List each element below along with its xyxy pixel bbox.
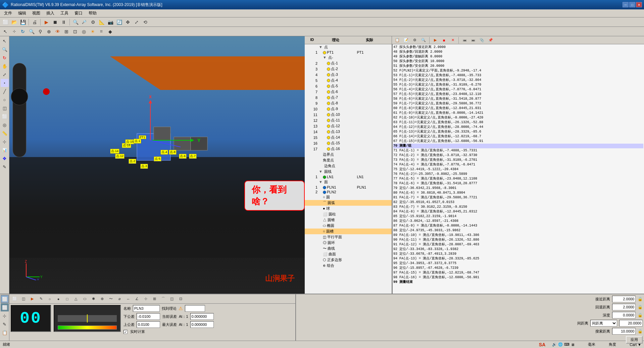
- maximize-button[interactable]: □: [629, 2, 635, 7]
- bi-measure[interactable]: ↔: [124, 295, 132, 303]
- tree-row-p13[interactable]: 13点-12: [305, 123, 392, 129]
- snap-button[interactable]: ⊡: [71, 28, 79, 35]
- tree-row-planes[interactable]: ▼ 面: [305, 179, 392, 185]
- lt-measure[interactable]: 📏: [1, 129, 9, 137]
- lt-sphere[interactable]: ◎: [1, 121, 9, 129]
- tree-row-slot[interactable]: ○ 圆槽: [305, 229, 392, 234]
- lt-report[interactable]: 📊: [1, 146, 9, 154]
- log-tb-6[interactable]: ⏭: [469, 37, 477, 44]
- log-tb-filter[interactable]: ⚙: [411, 37, 419, 44]
- menu-window[interactable]: 窗口: [72, 10, 85, 17]
- tree-row-corner[interactable]: 角度点: [305, 157, 392, 163]
- log-tb-search[interactable]: 🔍: [419, 37, 428, 44]
- lt-line[interactable]: ╱: [1, 87, 9, 95]
- blt-4[interactable]: ✎: [1, 320, 9, 328]
- tree-row-p3[interactable]: 3点-2: [305, 66, 392, 72]
- move-button[interactable]: ✥: [124, 18, 132, 26]
- menu-tools[interactable]: 工具: [58, 10, 71, 17]
- zoom-in-button[interactable]: 🔎: [80, 18, 88, 26]
- tree-row-points-sub[interactable]: ▼ 点-: [305, 55, 392, 60]
- lt-cylinder[interactable]: ⬜: [1, 112, 9, 120]
- tree-row-p6[interactable]: 6点-5: [305, 83, 392, 89]
- rotate-button[interactable]: 🔄: [115, 18, 123, 26]
- light-button[interactable]: ☀: [89, 28, 97, 35]
- bi-scan[interactable]: ⊡: [177, 295, 185, 303]
- new-button[interactable]: ⬜: [1, 18, 9, 26]
- lt-zoom[interactable]: 🔍: [1, 45, 9, 53]
- tree-row-lines[interactable]: ▼ 圆线: [305, 169, 392, 175]
- bi-rect[interactable]: □: [63, 295, 71, 303]
- run-button[interactable]: ▶: [42, 18, 50, 26]
- tree-row-boundary[interactable]: 边界点: [305, 152, 392, 157]
- tree-row-p16[interactable]: 16点-15: [305, 140, 392, 146]
- log-tb-7[interactable]: 📎: [478, 37, 486, 44]
- bi-pencil[interactable]: ✎: [37, 295, 45, 303]
- lt-edit[interactable]: ✎: [1, 163, 9, 171]
- find-theory-input[interactable]: [185, 305, 205, 312]
- tree-row-p14[interactable]: 14点-13: [305, 129, 392, 135]
- menu-insert[interactable]: 插入: [44, 10, 57, 17]
- align-button[interactable]: ⊕: [45, 28, 53, 35]
- settings-button[interactable]: ⚙: [89, 18, 97, 26]
- tree-row-p17[interactable]: 17点-16: [305, 146, 392, 152]
- range-input[interactable]: [619, 320, 643, 327]
- print-button[interactable]: 🖨: [31, 18, 39, 26]
- bi-star[interactable]: ✱: [89, 295, 97, 303]
- tree-row-polygon[interactable]: ⬡ 正多边形: [305, 257, 392, 263]
- lower-tol-input[interactable]: [137, 313, 160, 320]
- tree-row-curve[interactable]: 〜 曲线: [305, 246, 392, 251]
- blt-2[interactable]: ⬜: [1, 303, 9, 311]
- bi-dim[interactable]: ⊹: [142, 295, 150, 303]
- blt-1[interactable]: ⬜: [1, 295, 9, 303]
- lt-point[interactable]: •: [1, 79, 9, 87]
- approach-input[interactable]: [612, 296, 636, 302]
- bi-run[interactable]: ▶: [28, 295, 36, 303]
- bi-plane[interactable]: ◫: [168, 295, 176, 303]
- log-tb-stop[interactable]: ■: [440, 37, 448, 44]
- bi-spiral[interactable]: ⌀: [115, 295, 123, 303]
- blt-5[interactable]: 📋: [1, 329, 9, 337]
- tree-body[interactable]: ▼ 点 1 PT1 PT1 ▼ 点- 2点-1 3点-2 4点-3 5点-4 6…: [305, 44, 392, 294]
- tree-row-p2[interactable]: 2点-1: [305, 60, 392, 66]
- bi-2[interactable]: ◫: [19, 295, 28, 303]
- tree-row-p12[interactable]: 12点-11: [305, 117, 392, 123]
- bi-circle[interactable]: ○: [46, 295, 54, 303]
- log-tb-5[interactable]: ⏮: [460, 37, 468, 44]
- select-button[interactable]: ⊹: [10, 28, 18, 35]
- bi-1[interactable]: ⬜: [11, 295, 19, 303]
- solid-button[interactable]: ◆: [106, 28, 114, 35]
- measure-button[interactable]: 📐: [98, 18, 106, 26]
- pause-button[interactable]: ⏸: [60, 18, 68, 26]
- blt-3[interactable]: ⊹: [1, 312, 9, 320]
- tree-row-pln2[interactable]: 2PLN2: [305, 190, 392, 194]
- tree-row-p4[interactable]: 4点-3: [305, 72, 392, 78]
- eyedrop-button[interactable]: 🔍: [28, 28, 36, 35]
- tree-row-p11[interactable]: 11点-10: [305, 112, 392, 117]
- tree-row-ball[interactable]: ● 球: [305, 206, 392, 211]
- tree-row-pt1[interactable]: 1 PT1 PT1: [305, 50, 392, 55]
- lt-fit[interactable]: ⤢: [1, 70, 9, 79]
- current-error-input[interactable]: [190, 313, 214, 320]
- menu-edit[interactable]: 编辑: [15, 10, 29, 17]
- tree-row-edge[interactable]: 边角点: [305, 163, 392, 169]
- lt-dim[interactable]: ⊹: [1, 138, 9, 146]
- search-input[interactable]: [612, 328, 636, 335]
- bi-grid[interactable]: ⊞: [150, 295, 158, 303]
- grid-button[interactable]: ⊞: [62, 28, 70, 35]
- tree-row-parallel-plane[interactable]: ◫ 平行平面: [305, 234, 392, 240]
- tree-row-circle[interactable]: ○ 圆: [305, 194, 392, 200]
- name-input[interactable]: [133, 305, 160, 312]
- probe-button[interactable]: ⚲: [36, 28, 44, 35]
- bi-angle[interactable]: ∠: [133, 295, 141, 303]
- log-tb-clear[interactable]: ✕: [449, 37, 457, 44]
- realtime-checkbox[interactable]: [123, 330, 128, 334]
- open-button[interactable]: 📂: [10, 18, 18, 26]
- tree-row-pln1[interactable]: 1PLN1PLN1: [305, 185, 392, 190]
- tree-row-cylinder[interactable]: ⬜ 圆柱: [305, 211, 392, 217]
- log-tb-2[interactable]: 📝: [402, 37, 410, 44]
- max-error-input[interactable]: [190, 321, 214, 328]
- tree-row-torus[interactable]: ◎ 圆环: [305, 240, 392, 246]
- scale-button[interactable]: ⤢: [133, 18, 141, 26]
- tree-row-ln1[interactable]: 1LN1LN1: [305, 175, 392, 179]
- tree-row-combo[interactable]: ⊕ 组合: [305, 263, 392, 268]
